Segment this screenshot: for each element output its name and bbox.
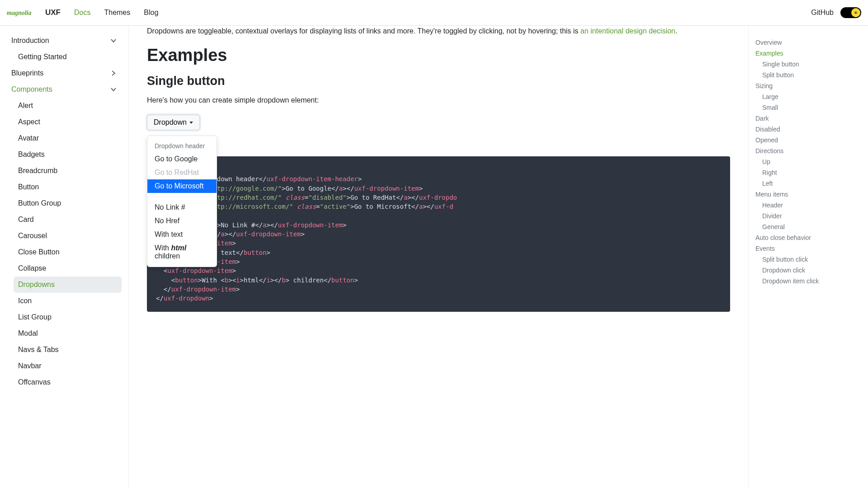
chevron-down-icon — [110, 86, 117, 93]
sidebar-item-label: Carousel — [18, 232, 47, 240]
intro-text-a: Dropdowns are toggleable, contextual ove… — [147, 27, 580, 35]
toc-item-events[interactable]: Events — [755, 243, 861, 254]
dropdown-item[interactable]: With html children — [147, 241, 217, 263]
dropdown-item[interactable]: No Href — [147, 214, 217, 228]
toc-item-opened[interactable]: Opened — [755, 135, 861, 145]
chevron-down-icon — [110, 37, 117, 44]
sidebar-item-label: Badgets — [18, 150, 45, 159]
toc-item-disabled[interactable]: Disabled — [755, 124, 861, 135]
toc-item-auto-close-behavior[interactable]: Auto close behavior — [755, 232, 861, 243]
logo[interactable]: magnolia UXF — [7, 8, 61, 17]
table-of-contents: OverviewExamplesSingle buttonSplit butto… — [748, 26, 868, 488]
top-nav: Docs Themes Blog — [74, 9, 811, 17]
single-button-intro: Here's how you can create simple dropdow… — [147, 95, 730, 106]
sidebar-item-label: Button — [18, 183, 39, 191]
sidebar-item-close-button[interactable]: Close Button — [14, 244, 122, 260]
toc-item-right[interactable]: Right — [755, 167, 861, 178]
sidebar-item-label: List Group — [18, 313, 52, 321]
dropdown-header: Dropdown header — [147, 140, 217, 152]
toc-item-small[interactable]: Small — [755, 102, 861, 113]
brand-text: UXF — [45, 8, 61, 17]
dropdown-divider — [147, 197, 217, 197]
magnolia-logo-icon: magnolia — [7, 8, 42, 17]
sidebar-item-label: Close Button — [18, 248, 60, 256]
toc-item-up[interactable]: Up — [755, 156, 861, 167]
toc-item-dark[interactable]: Dark — [755, 113, 861, 124]
toc-item-dropdown-click[interactable]: Dropdown click — [755, 265, 861, 276]
sidebar-item-aspect[interactable]: Aspect — [14, 114, 122, 130]
toc-item-sizing[interactable]: Sizing — [755, 80, 861, 91]
toc-item-left[interactable]: Left — [755, 178, 861, 189]
dropdown-button[interactable]: Dropdown — [147, 115, 200, 130]
sidebar-item-card[interactable]: Card — [14, 211, 122, 228]
toc-item-menu-items[interactable]: Menu items — [755, 189, 861, 200]
toc-item-split-button[interactable]: Split button — [755, 70, 861, 80]
sidebar-item-navs-tabs[interactable]: Navs & Tabs — [14, 342, 122, 358]
toc-item-directions[interactable]: Directions — [755, 145, 861, 156]
dropdown-item[interactable]: No Link # — [147, 201, 217, 214]
nav-docs[interactable]: Docs — [74, 9, 90, 17]
sidebar-item-alert[interactable]: Alert — [14, 98, 122, 114]
sidebar-item-label: Getting Started — [18, 53, 67, 61]
toc-item-header[interactable]: Header — [755, 200, 861, 211]
sidebar-item-label: Avatar — [18, 134, 39, 142]
sidebar-item-getting-started[interactable]: Getting Started — [14, 49, 122, 65]
toc-item-divider[interactable]: Divider — [755, 211, 861, 221]
toc-item-single-button[interactable]: Single button — [755, 59, 861, 70]
sidebar-item-modal[interactable]: Modal — [14, 325, 122, 342]
sidebar-item-label: Introduction — [11, 37, 49, 45]
sidebar-item-dropdowns[interactable]: Dropdowns — [14, 277, 122, 293]
toc-item-large[interactable]: Large — [755, 91, 861, 102]
toc-item-split-button-click[interactable]: Split button click — [755, 254, 861, 265]
theme-toggle[interactable]: ☀ — [840, 7, 861, 18]
caret-down-icon — [189, 122, 193, 124]
dropdown-menu: Dropdown headerGo to GoogleGo to RedHatG… — [147, 136, 217, 267]
nav-blog[interactable]: Blog — [144, 9, 158, 17]
sidebar-item-button-group[interactable]: Button Group — [14, 195, 122, 211]
sidebar-item-collapse[interactable]: Collapse — [14, 260, 122, 277]
nav-themes[interactable]: Themes — [104, 9, 130, 17]
sidebar-item-label: Icon — [18, 297, 32, 305]
sidebar-item-label: Alert — [18, 102, 33, 110]
intro-paragraph: Dropdowns are toggleable, contextual ove… — [147, 26, 730, 37]
main-content: Dropdowns are toggleable, contextual ove… — [129, 26, 748, 488]
sidebar-item-avatar[interactable]: Avatar — [14, 130, 122, 146]
sidebar-item-icon[interactable]: Icon — [14, 293, 122, 309]
svg-text:magnolia: magnolia — [7, 9, 31, 16]
sidebar-item-button[interactable]: Button — [14, 179, 122, 195]
toc-item-overview[interactable]: Overview — [755, 37, 861, 48]
sidebar-item-blueprints[interactable]: Blueprints — [7, 65, 122, 81]
intro-text-b: . — [675, 27, 677, 35]
dropdown-item[interactable]: Go to Google — [147, 152, 217, 166]
dropdown-button-label: Dropdown — [154, 118, 187, 127]
github-link[interactable]: GitHub — [811, 9, 834, 17]
sidebar-item-label: Offcanvas — [18, 378, 51, 386]
toc-item-dropdown-item-click[interactable]: Dropdown item click — [755, 276, 861, 286]
sidebar-item-introduction[interactable]: Introduction — [7, 33, 122, 49]
single-button-heading: Single button — [147, 74, 730, 88]
sidebar-item-carousel[interactable]: Carousel — [14, 228, 122, 244]
sidebar-item-badgets[interactable]: Badgets — [14, 146, 122, 163]
dropdown-item[interactable]: With text — [147, 228, 217, 241]
sidebar-item-label: Navs & Tabs — [18, 346, 59, 354]
code-tabs: React — [147, 139, 730, 156]
sidebar-item-offcanvas[interactable]: Offcanvas — [14, 374, 122, 390]
toc-item-examples[interactable]: Examples — [755, 48, 861, 59]
sidebar-item-label: Button Group — [18, 199, 61, 207]
code-block: bel="Dropdown"> item-header>Dropdown hea… — [147, 156, 730, 312]
sun-icon: ☀ — [851, 8, 860, 17]
dropdown-item[interactable]: Go to Microsoft — [147, 179, 217, 193]
sidebar-item-label: Navbar — [18, 362, 42, 370]
dropdown-item[interactable]: Go to RedHat — [147, 166, 217, 179]
toc-item-general[interactable]: General — [755, 221, 861, 232]
sidebar-item-label: Breadcrumb — [18, 167, 57, 175]
sidebar-item-label: Collapse — [18, 264, 46, 272]
sidebar-item-components[interactable]: Components — [7, 81, 122, 98]
intro-link[interactable]: an intentional design decision — [580, 27, 675, 35]
sidebar-item-list-group[interactable]: List Group — [14, 309, 122, 325]
sidebar: IntroductionGetting StartedBlueprintsCom… — [0, 26, 129, 488]
sidebar-item-navbar[interactable]: Navbar — [14, 358, 122, 374]
sidebar-item-breadcrumb[interactable]: Breadcrumb — [14, 163, 122, 179]
sidebar-item-label: Blueprints — [11, 69, 43, 77]
sidebar-item-label: Dropdowns — [18, 281, 55, 289]
